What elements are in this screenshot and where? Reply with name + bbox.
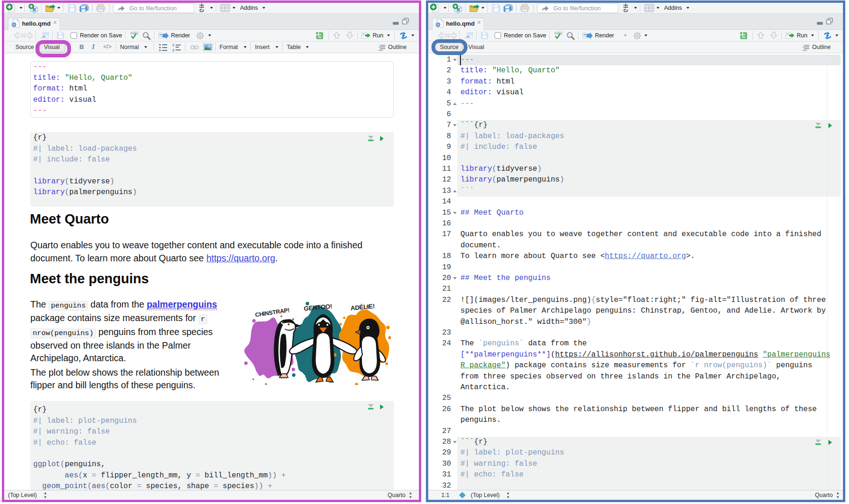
svg-text:ABC: ABC [554,31,563,35]
svg-text:ADÉLIE!: ADÉLIE! [350,303,375,312]
svg-text:1: 1 [172,43,174,47]
svg-text:2: 2 [172,48,174,52]
svg-text:CHINSTRAP!: CHINSTRAP! [255,307,290,318]
svg-text:ABC: ABC [130,31,139,35]
